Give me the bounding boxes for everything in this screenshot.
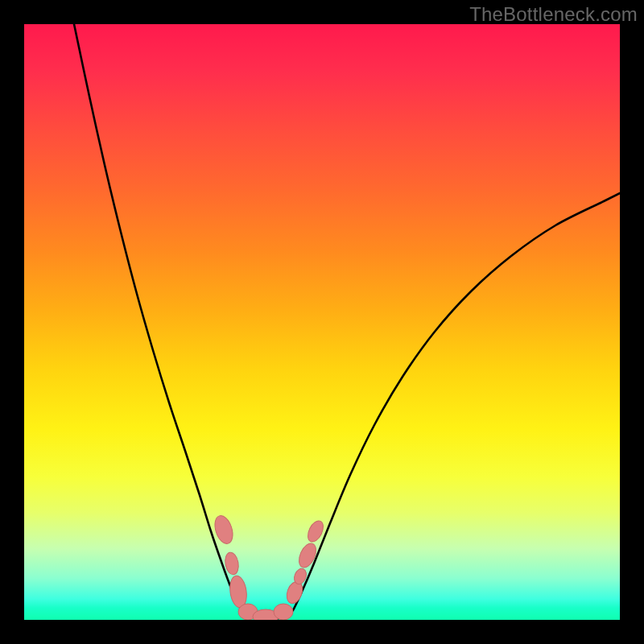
- frame: TheBottleneck.com: [0, 0, 644, 644]
- bottleneck-curve: [24, 24, 620, 620]
- curve-marker: [274, 604, 293, 620]
- plot-area: [24, 24, 620, 620]
- curve-marker: [212, 514, 236, 546]
- watermark-text: TheBottleneck.com: [469, 3, 638, 26]
- curve-path: [74, 24, 620, 619]
- curve-markers: [212, 514, 326, 620]
- curve-marker: [295, 541, 319, 571]
